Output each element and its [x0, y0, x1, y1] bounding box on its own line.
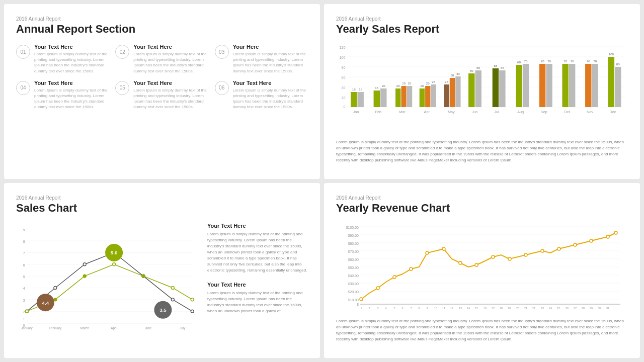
item-number: 01: [16, 45, 30, 59]
item-body: Lorem Ipsum is simply dummy text of the …: [133, 51, 208, 74]
item-heading: Your Here: [233, 44, 308, 50]
svg-text:3: 3: [23, 299, 25, 302]
svg-text:January: January: [21, 326, 33, 330]
svg-text:9: 9: [426, 307, 428, 310]
svg-rect-28: [444, 84, 449, 107]
svg-text:56: 56: [501, 66, 505, 69]
svg-point-101: [83, 263, 86, 266]
svg-text:July: July: [180, 326, 186, 330]
svg-text:100: 100: [609, 52, 614, 56]
svg-text:5: 5: [393, 307, 395, 310]
svg-text:Apr: Apr: [424, 110, 430, 114]
svg-text:17: 17: [492, 307, 495, 310]
svg-rect-50: [608, 57, 614, 107]
text-block-2-heading: Your Text Here: [207, 282, 308, 288]
item-body: Lorem Ipsum is simply dummy text of the …: [34, 87, 109, 110]
text-area: Your Text Here Lorem Ipsum is simply dum…: [207, 223, 308, 335]
item-heading: Your Text Here: [34, 44, 109, 50]
svg-text:7: 7: [23, 251, 25, 255]
svg-text:1: 1: [23, 317, 25, 321]
item-heading: Your Text Here: [34, 80, 109, 86]
svg-text:8: 8: [23, 240, 25, 243]
svg-rect-24: [420, 88, 425, 107]
svg-point-154: [475, 263, 478, 266]
svg-text:2: 2: [23, 310, 25, 314]
svg-text:$100.00: $100.00: [346, 226, 359, 229]
svg-text:$80.00: $80.00: [348, 242, 359, 245]
svg-rect-39: [523, 64, 529, 107]
svg-text:April: April: [111, 326, 117, 330]
sales-chart-panel: 2016 Annual Report Sales Chart 9 8 7 6 5…: [4, 183, 320, 358]
svg-text:4: 4: [385, 307, 386, 310]
item-heading: Your Text Here: [233, 80, 308, 86]
item-content: Your Here Lorem Ipsum is simply dummy te…: [233, 44, 308, 74]
svg-rect-38: [516, 65, 522, 107]
svg-text:25: 25: [445, 80, 449, 83]
revenue-chart-svg: $100.00 $90.00 $80.00 $70.00 $60.00 $50.…: [336, 223, 628, 313]
svg-text:Jun: Jun: [472, 110, 478, 114]
svg-text:$30.00: $30.00: [348, 282, 359, 286]
svg-text:58: 58: [494, 64, 498, 67]
revenue-chart-container: $100.00 $90.00 $80.00 $70.00 $60.00 $50.…: [336, 223, 628, 313]
item-card: 02 Your Text Here Lorem Ipsum is simply …: [115, 44, 208, 74]
svg-text:$70.00: $70.00: [348, 250, 359, 253]
items-grid: 01 Your Text Here Lorem Ipsum is simply …: [16, 44, 308, 110]
bar-chart-container: 120 100 80 60 40 20 0 Jan Feb: [336, 44, 628, 134]
svg-rect-21: [401, 86, 406, 107]
svg-text:Nov: Nov: [587, 110, 593, 114]
item-number: 02: [115, 45, 129, 59]
svg-rect-47: [585, 64, 591, 107]
item-content: Your Text Here Lorem Ipsum is simply dum…: [233, 80, 308, 110]
item-content: Your Text Here Lorem Ipsum is simply dum…: [133, 44, 208, 74]
svg-text:10: 10: [434, 307, 437, 310]
svg-rect-33: [475, 70, 481, 107]
item-heading: Your Text Here: [133, 44, 208, 50]
svg-text:38: 38: [451, 73, 455, 77]
svg-point-158: [541, 249, 544, 252]
panel3-subtitle: 2016 Annual Report: [16, 195, 308, 201]
svg-text:70: 70: [524, 59, 528, 63]
svg-point-110: [142, 275, 145, 278]
svg-text:3.5: 3.5: [159, 307, 167, 313]
svg-point-160: [574, 243, 577, 246]
item-content: Your Text Here Lorem Ipsum is simply dum…: [34, 80, 109, 110]
svg-text:27: 27: [574, 307, 577, 310]
svg-text:$90.00: $90.00: [348, 234, 359, 237]
item-number: 04: [16, 81, 30, 95]
line-chart-svg: 9 8 7 6 5 4 3 2 1 0: [16, 223, 197, 333]
svg-point-104: [171, 298, 174, 301]
svg-point-159: [557, 247, 560, 250]
svg-text:100: 100: [340, 56, 346, 60]
svg-text:20: 20: [516, 307, 519, 310]
svg-text:March: March: [80, 326, 89, 330]
svg-text:20: 20: [396, 84, 400, 87]
yearly-revenue-panel: 2016 Annual Report Yearly Revenue Chart …: [324, 183, 640, 358]
panel1-title: Annual Report Section: [16, 23, 308, 36]
svg-text:70: 70: [593, 59, 597, 63]
svg-rect-26: [431, 84, 436, 107]
svg-point-153: [459, 261, 462, 264]
svg-text:6: 6: [401, 307, 403, 310]
svg-text:$40.00: $40.00: [348, 274, 359, 278]
svg-text:$60.00: $60.00: [348, 258, 359, 261]
svg-text:30: 30: [598, 307, 601, 310]
line-chart-area: 9 8 7 6 5 4 3 2 1 0: [16, 223, 197, 335]
svg-text:Dec: Dec: [610, 110, 616, 114]
svg-text:11: 11: [442, 307, 445, 310]
svg-point-162: [606, 235, 609, 238]
svg-text:7: 7: [410, 307, 412, 310]
svg-text:0: 0: [344, 105, 346, 109]
svg-text:68: 68: [517, 60, 521, 64]
svg-text:21: 21: [524, 307, 527, 310]
sales-chart-layout: 9 8 7 6 5 4 3 2 1 0: [16, 223, 308, 335]
svg-rect-45: [569, 64, 575, 107]
svg-text:25: 25: [557, 307, 560, 310]
panel4-title: Yearly Revenue Chart: [336, 202, 628, 215]
svg-text:9: 9: [23, 228, 25, 232]
svg-rect-15: [357, 92, 363, 107]
annual-report-panel: 2016 Annual Report Annual Report Section…: [4, 4, 320, 179]
svg-text:Mar: Mar: [399, 110, 406, 114]
panel2-subtitle: 2016 Annual Report: [336, 16, 628, 22]
svg-text:8: 8: [418, 307, 420, 310]
svg-rect-41: [539, 64, 545, 107]
